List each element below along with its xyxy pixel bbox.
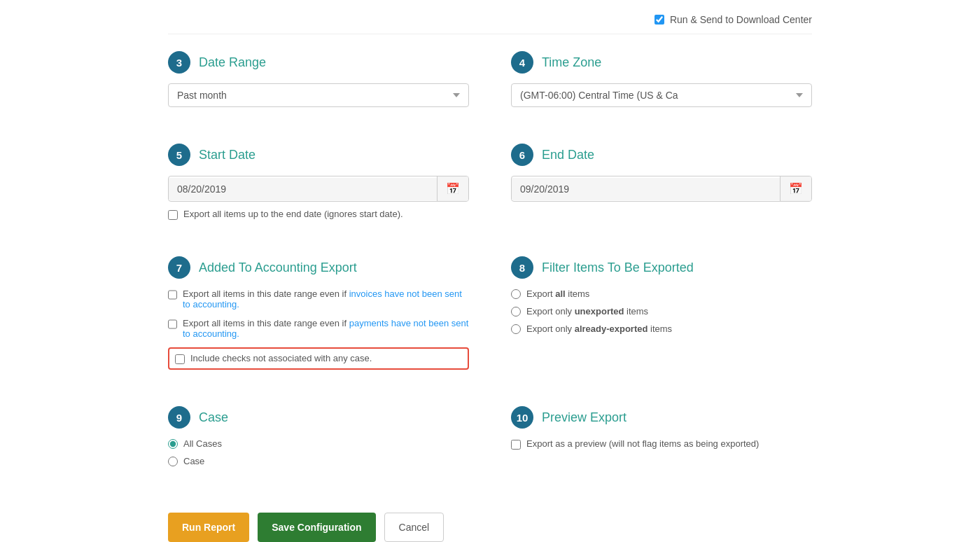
section-10: 10 Preview Export Export as a preview (w…: [511, 406, 812, 473]
top-bar: Run & Send to Download Center: [168, 14, 812, 34]
title-10: Preview Export: [542, 410, 626, 425]
row-5-6: 5 Start Date 📅 Export all items up to th…: [168, 144, 812, 237]
accounting-label-3: Include checks not associated with any c…: [190, 353, 372, 363]
preview-label: Export as a preview (will not flag items…: [526, 438, 759, 449]
case-label-2: Case: [183, 456, 204, 466]
title-9: Case: [199, 410, 228, 425]
cancel-button[interactable]: Cancel: [384, 513, 444, 542]
accounting-option-2: Export all items in this date range even…: [168, 318, 469, 339]
badge-6: 6: [511, 144, 533, 166]
section-4: 4 Time Zone (GMT-06:00) Central Time (US…: [511, 51, 812, 107]
accounting-checkbox-2[interactable]: [168, 319, 177, 329]
badge-8: 8: [511, 256, 533, 279]
case-option-1: All Cases: [168, 438, 469, 449]
filter-option-3: Export only already-exported items: [511, 324, 812, 334]
section-6-header: 6 End Date: [511, 144, 812, 166]
export-all-label: Export all items up to the end date (ign…: [183, 209, 403, 219]
accounting-checkbox-1[interactable]: [168, 290, 177, 300]
accounting-option-1: Export all items in this date range even…: [168, 289, 469, 310]
case-radio-2[interactable]: [168, 457, 178, 466]
section-5: 5 Start Date 📅 Export all items up to th…: [168, 144, 469, 220]
section-7: 7 Added To Accounting Export Export all …: [168, 256, 469, 370]
section-5-header: 5 Start Date: [168, 144, 469, 166]
run-send-row: Run & Send to Download Center: [654, 14, 812, 25]
end-date-wrap: 📅: [511, 176, 812, 202]
case-radio-1[interactable]: [168, 439, 178, 449]
case-option-2: Case: [168, 456, 469, 466]
section-9-header: 9 Case: [168, 406, 469, 429]
page-container: Run & Send to Download Center 3 Date Ran…: [140, 0, 840, 542]
filter-option-1: Export all items: [511, 289, 812, 299]
save-configuration-button[interactable]: Save Configuration: [258, 513, 375, 542]
row-7-8: 7 Added To Accounting Export Export all …: [168, 256, 812, 387]
filter-radio-1[interactable]: [511, 289, 521, 299]
title-8: Filter Items To Be Exported: [542, 260, 694, 275]
badge-3: 3: [168, 51, 190, 74]
date-range-select[interactable]: Past month This month Custom Yesterday T…: [168, 83, 469, 107]
badge-4: 4: [511, 51, 533, 74]
accounting-label-1: Export all items in this date range even…: [183, 289, 469, 310]
calendar-icon-end: 📅: [789, 183, 803, 195]
start-date-calendar-button[interactable]: 📅: [437, 176, 468, 201]
filter-label-2: Export only unexported items: [526, 306, 648, 317]
title-7: Added To Accounting Export: [199, 260, 357, 275]
section-8: 8 Filter Items To Be Exported Export all…: [511, 256, 812, 370]
row-9-10: 9 Case All Cases Case 10 Preview Export …: [168, 406, 812, 490]
row-3-4: 3 Date Range Past month This month Custo…: [168, 51, 812, 124]
accounting-checkbox-3[interactable]: [175, 354, 185, 364]
section-3: 3 Date Range Past month This month Custo…: [168, 51, 469, 107]
section-8-header: 8 Filter Items To Be Exported: [511, 256, 812, 279]
end-date-calendar-button[interactable]: 📅: [780, 176, 811, 201]
badge-7: 7: [168, 256, 190, 279]
section-10-header: 10 Preview Export: [511, 406, 812, 429]
section-7-header: 7 Added To Accounting Export: [168, 256, 469, 279]
section-3-header: 3 Date Range: [168, 51, 469, 74]
filter-radio-2[interactable]: [511, 307, 521, 317]
section-4-header: 4 Time Zone: [511, 51, 812, 74]
action-buttons: Run Report Save Configuration Cancel: [168, 513, 812, 542]
section-9: 9 Case All Cases Case: [168, 406, 469, 473]
title-4: Time Zone: [542, 55, 601, 70]
start-date-input[interactable]: [169, 178, 437, 200]
export-all-row: Export all items up to the end date (ign…: [168, 209, 469, 220]
run-report-button[interactable]: Run Report: [168, 513, 249, 542]
filter-option-2: Export only unexported items: [511, 306, 812, 317]
badge-10: 10: [511, 406, 533, 429]
preview-checkbox[interactable]: [511, 440, 521, 450]
badge-9: 9: [168, 406, 190, 429]
end-date-input[interactable]: [512, 178, 780, 200]
start-date-wrap: 📅: [168, 176, 469, 202]
filter-label-3: Export only already-exported items: [526, 324, 672, 334]
case-label-1: All Cases: [183, 438, 222, 449]
timezone-select[interactable]: (GMT-06:00) Central Time (US & Ca (GMT-0…: [511, 83, 812, 107]
filter-radio-3[interactable]: [511, 324, 521, 334]
run-send-checkbox[interactable]: [654, 15, 664, 25]
filter-label-1: Export all items: [526, 289, 589, 299]
preview-option: Export as a preview (will not flag items…: [511, 438, 812, 450]
title-6: End Date: [542, 148, 594, 162]
run-send-label: Run & Send to Download Center: [670, 14, 812, 25]
accounting-label-2: Export all items in this date range even…: [183, 318, 469, 339]
export-all-checkbox[interactable]: [168, 210, 178, 220]
accounting-option-3: Include checks not associated with any c…: [168, 347, 469, 370]
title-5: Start Date: [199, 148, 255, 162]
badge-5: 5: [168, 144, 190, 166]
section-6: 6 End Date 📅: [511, 144, 812, 220]
title-3: Date Range: [199, 55, 266, 70]
calendar-icon: 📅: [446, 183, 460, 195]
